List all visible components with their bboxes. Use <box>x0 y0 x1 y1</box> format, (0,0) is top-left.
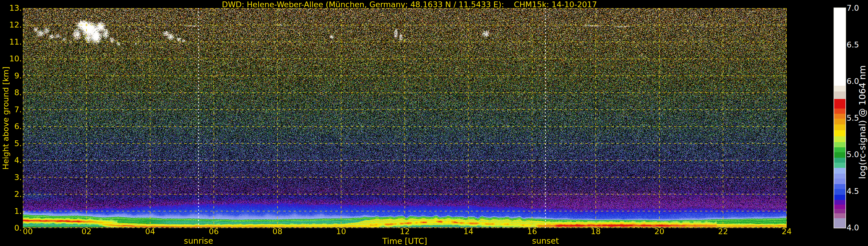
colorbar-tick-label: 7.0 <box>846 3 859 13</box>
x-tick-label: 12 <box>388 227 422 236</box>
colorbar-axis-label: log(rc-signal) @ 1064 nm <box>858 56 867 189</box>
sunset-annotation: sunset <box>532 237 559 246</box>
x-tick-label: 10 <box>324 227 359 236</box>
sunrise-annotation: sunrise <box>184 237 213 246</box>
y-tick-label: 8. <box>0 88 22 97</box>
y-tick-label: 0. <box>0 223 22 233</box>
y-tick-label: 10. <box>0 54 22 63</box>
x-tick-label: 20 <box>642 227 677 236</box>
x-tick-label: 22 <box>706 227 740 236</box>
x-tick-label: 18 <box>578 227 613 236</box>
ceilometer-heatmap-canvas <box>23 8 787 228</box>
y-tick-label: 12. <box>0 20 22 30</box>
y-tick-label: 9. <box>0 71 22 81</box>
x-tick-label: 06 <box>196 227 231 236</box>
y-tick-label: 11. <box>0 37 22 47</box>
y-tick-label: 5. <box>0 139 22 148</box>
colorbar-canvas <box>834 8 845 228</box>
x-tick-label: 16 <box>515 227 550 236</box>
ceilometer-quicklook-figure: DWD: Helene-Weber-Allee (München, German… <box>0 0 868 246</box>
y-tick-label: 6. <box>0 122 22 131</box>
y-tick-label: 4. <box>0 156 22 165</box>
y-tick-label: 2. <box>0 190 22 199</box>
colorbar-tick-label: 4.5 <box>846 187 859 196</box>
colorbar <box>834 7 846 228</box>
colorbar-tick-label: 4.0 <box>846 223 859 233</box>
colorbar-tick-label: 6.5 <box>846 40 859 50</box>
x-tick-label: 02 <box>69 227 104 236</box>
y-tick-label: 13. <box>0 3 22 13</box>
y-tick-label: 7. <box>0 105 22 114</box>
x-tick-label: 04 <box>133 227 167 236</box>
x-tick-label: 08 <box>260 227 295 236</box>
x-tick-label: 14 <box>451 227 486 236</box>
x-tick-label: 24 <box>769 227 804 236</box>
y-tick-label: 1. <box>0 207 22 216</box>
x-tick-label: 00 <box>23 227 33 236</box>
x-axis-label: Time [UTC] <box>23 237 787 246</box>
y-tick-label: 3. <box>0 173 22 182</box>
